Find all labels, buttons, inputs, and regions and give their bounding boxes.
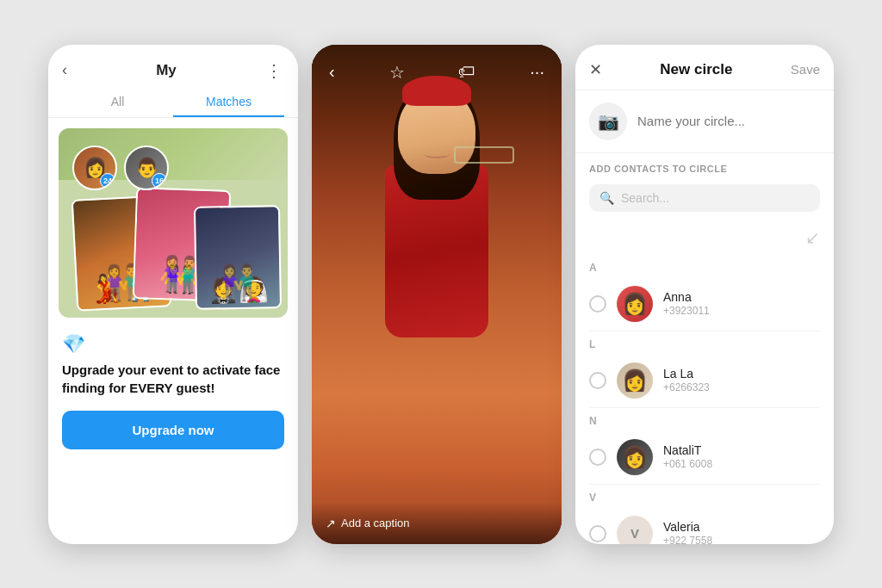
section-a: A [575, 255, 834, 277]
contact-name-valeria: Valeria [663, 520, 712, 534]
phone-new-circle: ✕ New circle Save 📷 ADD CONTACTS TO CIRC… [575, 45, 834, 544]
photo-background: ‹ ☆ 🏷 ··· ↗ Add a caption [312, 45, 562, 544]
caption-icon: ↗ [326, 517, 336, 530]
caption-area[interactable]: ↗ Add a caption [326, 517, 410, 530]
close-button[interactable]: ✕ [589, 60, 602, 79]
phone1-title: My [156, 62, 177, 79]
radio-lala[interactable] [589, 372, 606, 389]
contact-lala[interactable]: 👩 La La +6266323 [575, 354, 834, 407]
radio-valeria[interactable] [589, 525, 606, 542]
contact-info-natali: NataliT +061 6008 [663, 443, 712, 470]
back-button[interactable]: ‹ [62, 61, 67, 79]
search-icon: 🔍 [599, 191, 614, 205]
avatar-2-badge: 16 [152, 173, 167, 189]
search-row: 🔍 Search... [575, 179, 834, 220]
contact-info-lala: La La +6266323 [663, 367, 710, 393]
upgrade-button[interactable]: Upgrade now [62, 411, 284, 449]
phone1-tabs: All Matches [48, 88, 298, 118]
phone-photo-viewer: ‹ ☆ 🏷 ··· ↗ Add a caption [312, 45, 562, 544]
contact-phone-valeria: +922 7558 [663, 535, 712, 544]
search-box[interactable]: 🔍 Search... [589, 184, 820, 212]
contact-phone-lala: +6266323 [663, 381, 710, 393]
woman-glasses [454, 146, 514, 164]
avatar-1[interactable]: 👩 24 [72, 145, 117, 190]
section-v: V [575, 485, 834, 507]
star-button[interactable]: ☆ [386, 59, 408, 86]
avatar-anna: 👩 [617, 286, 653, 322]
tab-all[interactable]: All [62, 88, 173, 117]
contact-info-valeria: Valeria +922 7558 [663, 520, 712, 544]
search-placeholder: Search... [621, 191, 669, 205]
caption-text: Add a caption [341, 517, 410, 529]
photo-overlay-bottom: ↗ Add a caption [312, 503, 562, 544]
avatar-lala: 👩 [617, 362, 653, 399]
avatar-2[interactable]: 👨 16 [124, 145, 169, 190]
avatar-natali: 👩 [617, 439, 653, 475]
woman-figure [351, 62, 523, 492]
camera-icon[interactable]: 📷 [589, 102, 627, 140]
phone-my-matches: ‹ My ⋮ All Matches 👩 24 👨 16 [48, 45, 298, 544]
section-n: N [575, 408, 834, 430]
section-l: L [575, 331, 834, 354]
person-silhouette [312, 45, 562, 544]
add-contacts-label: ADD CONTACTS TO CIRCLE [575, 153, 834, 179]
photo-stack: 💃🕺 👫 🤵👰 [65, 180, 281, 326]
contact-anna[interactable]: 👩 Anna +3923011 [575, 277, 834, 331]
more-button[interactable]: ··· [526, 59, 548, 85]
sketch-diamond-icon: 💎 [62, 333, 298, 356]
contact-phone-anna: +3923011 [663, 305, 710, 317]
avatar-1-badge: 24 [100, 173, 115, 189]
save-button[interactable]: Save [791, 62, 820, 77]
contact-natali[interactable]: 👩 NataliT +061 6008 [575, 430, 834, 484]
tab-matches[interactable]: Matches [173, 88, 284, 117]
contact-info-anna: Anna +3923011 [663, 290, 710, 317]
back-button[interactable]: ‹ [326, 59, 339, 85]
radio-anna[interactable] [589, 295, 606, 313]
photo-overlay-top: ‹ ☆ 🏷 ··· [312, 45, 562, 100]
contact-valeria[interactable]: V Valeria +922 7558 [575, 507, 834, 544]
circle-name-input[interactable] [637, 114, 820, 128]
avatar-row: 👩 24 👨 16 [72, 145, 169, 190]
contact-name-lala: La La [663, 367, 710, 381]
photo-3: 🤵👰 [194, 205, 282, 310]
contact-name-natali: NataliT [663, 443, 712, 457]
phone3-header: ✕ New circle Save [575, 45, 834, 90]
loading-icon: ↙ [575, 220, 834, 255]
circle-title: New circle [660, 61, 732, 78]
upgrade-text: Upgrade your event to activate face find… [62, 361, 284, 397]
photo-collage: 👩 24 👨 16 💃🕺 👫 [59, 128, 288, 318]
circle-name-row: 📷 [575, 90, 834, 153]
contact-name-anna: Anna [663, 290, 710, 304]
avatar-valeria: V [617, 516, 653, 544]
more-options-icon[interactable]: ⋮ [265, 60, 284, 81]
contact-phone-natali: +061 6008 [663, 458, 712, 470]
radio-natali[interactable] [589, 449, 606, 466]
phone1-header: ‹ My ⋮ [48, 45, 298, 88]
tag-button[interactable]: 🏷 [455, 59, 479, 85]
